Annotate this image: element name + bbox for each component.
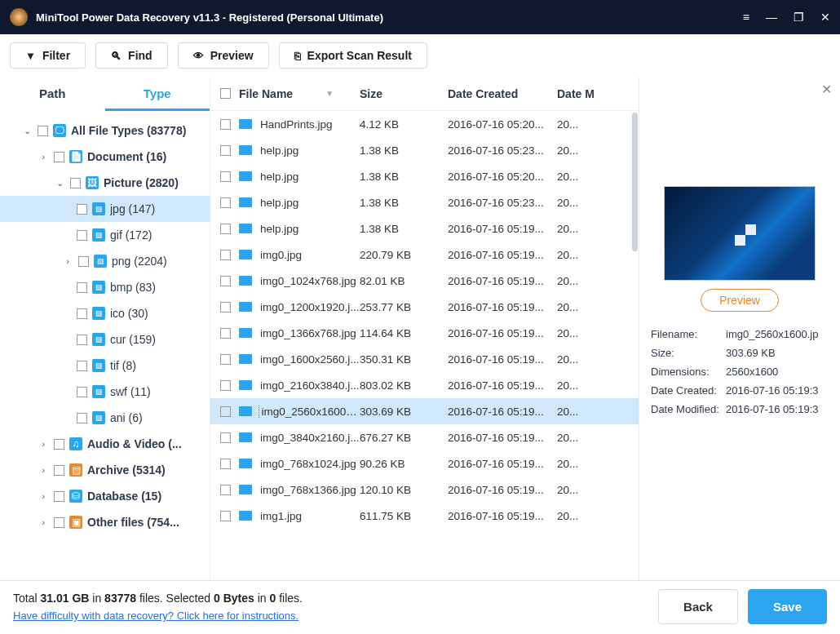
- row-checkbox[interactable]: [220, 302, 231, 313]
- vertical-scrollbar[interactable]: [632, 113, 638, 251]
- checkbox[interactable]: [78, 256, 89, 267]
- table-row[interactable]: img0_3840x2160.j...676.27 KB2016-07-16 0…: [210, 424, 639, 450]
- tree-audio-video[interactable]: ›♫Audio & Video (...: [0, 431, 210, 457]
- table-row[interactable]: HandPrints.jpg4.12 KB2016-07-16 05:20...…: [210, 111, 639, 137]
- preview-button[interactable]: 👁Preview: [178, 42, 269, 69]
- tree-all-file-types[interactable]: ⌄🖵All File Types (83778): [0, 117, 210, 144]
- chevron-right-icon[interactable]: ›: [62, 256, 73, 266]
- table-row[interactable]: help.jpg1.38 KB2016-07-16 05:23...20...: [210, 189, 639, 215]
- chevron-down-icon[interactable]: ⌄: [54, 178, 65, 188]
- checkbox[interactable]: [54, 439, 64, 450]
- checkbox[interactable]: [54, 491, 64, 502]
- checkbox[interactable]: [54, 517, 64, 528]
- row-checkbox[interactable]: [220, 224, 231, 234]
- col-file-name[interactable]: File Name: [239, 87, 293, 100]
- save-button[interactable]: Save: [748, 589, 827, 624]
- checkbox[interactable]: [70, 178, 81, 188]
- chevron-right-icon[interactable]: ›: [38, 491, 49, 501]
- close-icon[interactable]: ✕: [820, 11, 830, 24]
- chevron-right-icon[interactable]: ›: [38, 439, 49, 449]
- close-preview-icon[interactable]: ✕: [821, 82, 832, 97]
- help-link[interactable]: Have difficulty with data recovery? Clic…: [13, 610, 303, 622]
- row-checkbox[interactable]: [220, 459, 231, 469]
- table-row[interactable]: img0.jpg220.79 KB2016-07-16 05:19...20..…: [210, 242, 639, 268]
- row-checkbox[interactable]: [220, 432, 231, 443]
- checkbox[interactable]: [54, 465, 64, 476]
- chevron-down-icon[interactable]: ⌄: [21, 126, 33, 136]
- checkbox[interactable]: [77, 335, 87, 345]
- table-row[interactable]: img0_2160x3840.j...803.02 KB2016-07-16 0…: [210, 372, 639, 398]
- row-checkbox[interactable]: [220, 354, 231, 365]
- row-checkbox[interactable]: [220, 406, 231, 417]
- row-checkbox[interactable]: [220, 171, 231, 182]
- tree-ico[interactable]: ▧ico (30): [0, 300, 210, 326]
- open-preview-button[interactable]: Preview: [701, 289, 779, 312]
- row-checkbox[interactable]: [220, 380, 231, 391]
- select-all-checkbox[interactable]: [220, 88, 231, 99]
- row-checkbox[interactable]: [220, 328, 231, 339]
- export-button[interactable]: ⎘Export Scan Result: [279, 42, 427, 69]
- table-row[interactable]: help.jpg1.38 KB2016-07-16 05:19...20...: [210, 215, 639, 242]
- chevron-right-icon[interactable]: ›: [38, 152, 49, 162]
- tree-jpg[interactable]: ▧jpg (147): [0, 196, 210, 222]
- col-date-created[interactable]: Date Created: [448, 87, 557, 100]
- table-row[interactable]: img0_1600x2560.j...350.31 KB2016-07-16 0…: [210, 346, 639, 372]
- tree-ani[interactable]: ▧ani (6): [0, 405, 210, 431]
- row-checkbox[interactable]: [220, 276, 231, 286]
- tab-type[interactable]: Type: [105, 77, 210, 111]
- file-name: help.jpg: [260, 197, 298, 209]
- table-row[interactable]: img0_768x1024.jpg90.26 KB2016-07-16 05:1…: [210, 450, 639, 477]
- tree-png[interactable]: ›▧png (2204): [0, 248, 210, 274]
- date-modified: 20...: [557, 458, 598, 470]
- minimize-icon[interactable]: —: [766, 11, 777, 24]
- row-checkbox[interactable]: [220, 197, 231, 208]
- checkbox[interactable]: [38, 126, 48, 136]
- row-checkbox[interactable]: [220, 119, 231, 130]
- tree-document[interactable]: ›📄Document (16): [0, 144, 210, 170]
- checkbox[interactable]: [77, 308, 87, 319]
- table-row[interactable]: img0_1366x768.jpg114.64 KB2016-07-16 05:…: [210, 320, 639, 346]
- checkbox[interactable]: [77, 413, 87, 423]
- checkbox[interactable]: [77, 204, 87, 215]
- tree-bmp[interactable]: ▧bmp (83): [0, 274, 210, 300]
- menu-icon[interactable]: ≡: [743, 11, 749, 24]
- table-row[interactable]: img0_768x1366.jpg120.10 KB2016-07-16 05:…: [210, 477, 639, 503]
- checkbox[interactable]: [54, 152, 64, 162]
- chevron-right-icon[interactable]: ›: [38, 517, 49, 527]
- table-row[interactable]: img0_1200x1920.j...253.77 KB2016-07-16 0…: [210, 294, 639, 320]
- checkbox[interactable]: [77, 230, 87, 241]
- restore-icon[interactable]: ❐: [794, 11, 804, 24]
- table-row[interactable]: help.jpg1.38 KB2016-07-16 05:23...20...: [210, 137, 639, 163]
- tree-database[interactable]: ›⛁Database (15): [0, 483, 210, 509]
- file-name: img1.jpg: [260, 510, 302, 522]
- row-checkbox[interactable]: [220, 145, 231, 156]
- tab-path[interactable]: Path: [0, 77, 105, 111]
- table-row[interactable]: img0_1024x768.jpg82.01 KB2016-07-16 05:1…: [210, 268, 639, 294]
- chevron-right-icon[interactable]: ›: [38, 465, 49, 475]
- date-modified: 20...: [557, 484, 598, 496]
- table-row[interactable]: help.jpg1.38 KB2016-07-16 05:20...20...: [210, 163, 639, 189]
- row-checkbox[interactable]: [220, 511, 231, 521]
- col-date-modified[interactable]: Date M: [557, 87, 598, 100]
- tree-gif[interactable]: ▧gif (172): [0, 222, 210, 248]
- tree-picture[interactable]: ⌄🖼Picture (2820): [0, 170, 210, 196]
- row-checkbox[interactable]: [220, 250, 231, 260]
- tree-tif[interactable]: ▧tif (8): [0, 352, 210, 379]
- find-button[interactable]: 🔍︎Find: [95, 42, 168, 69]
- col-size[interactable]: Size: [360, 87, 448, 100]
- tree-archive[interactable]: ›▤Archive (5314): [0, 457, 210, 483]
- meta-dm-value: 2016-07-16 05:19:3: [726, 403, 829, 415]
- tree-cur[interactable]: ▧cur (159): [0, 326, 210, 352]
- row-checkbox[interactable]: [220, 485, 231, 495]
- back-button[interactable]: Back: [658, 589, 738, 624]
- table-row[interactable]: img0_2560x1600.j...303.69 KB2016-07-16 0…: [210, 398, 639, 424]
- table-row[interactable]: img1.jpg611.75 KB2016-07-16 05:19...20..…: [210, 503, 639, 529]
- sort-desc-icon[interactable]: ▼: [325, 89, 334, 98]
- tree-swf[interactable]: ▧swf (11): [0, 379, 210, 405]
- tree-other[interactable]: ›▣Other files (754...: [0, 509, 210, 535]
- checkbox[interactable]: [77, 282, 87, 293]
- filter-button[interactable]: ▼Filter: [10, 42, 86, 69]
- meta-dim-label: Dimensions:: [651, 366, 726, 378]
- checkbox[interactable]: [77, 387, 87, 397]
- checkbox[interactable]: [77, 361, 87, 371]
